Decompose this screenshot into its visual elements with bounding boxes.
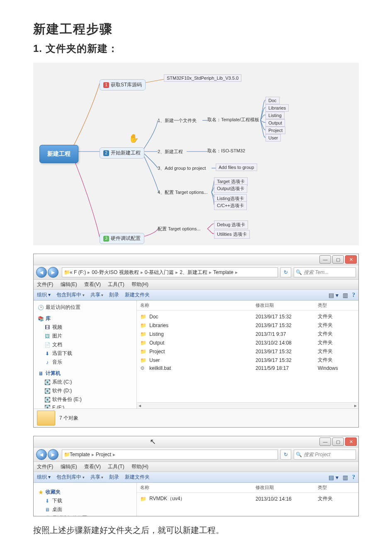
col-name[interactable]: 名称 bbox=[140, 302, 256, 308]
window-close-button[interactable]: ✕ bbox=[345, 255, 357, 264]
col-name[interactable]: 名称 bbox=[140, 484, 256, 491]
sidebar-recent[interactable]: 最近访问的位置 bbox=[46, 304, 80, 311]
window-minimize-button[interactable]: — bbox=[319, 255, 331, 264]
menu-edit[interactable]: 编辑(E) bbox=[61, 464, 77, 469]
navigation-pane[interactable]: 🕑最近访问的位置 📚库 🎞视频 🖼图片 📄文档 ⬇迅雷下载 ♪音乐 🖥计算机 💽… bbox=[34, 301, 137, 408]
sidebar-documents[interactable]: 文档 bbox=[52, 341, 62, 348]
sidebar-drive-c[interactable]: 系统 (C:) bbox=[52, 379, 72, 386]
list-item[interactable]: 📁Output2013/10/2 14:08文件夹 bbox=[137, 338, 358, 347]
sidebar-xunlei[interactable]: 迅雷下载 bbox=[52, 350, 72, 357]
navigation-pane[interactable]: ★收藏夹 ⬇下载 🖥桌面 🕑最近访问的位置 bbox=[34, 483, 137, 516]
toolbar-organize[interactable]: 组织 ▾ bbox=[37, 291, 51, 298]
sidebar-drive-f[interactable]: F (F:) bbox=[52, 405, 64, 408]
help-button[interactable]: ? bbox=[352, 474, 355, 481]
search-input[interactable]: 🔍 搜索 Project bbox=[294, 450, 356, 460]
crumb-1[interactable]: 00-野火ISO 视频教程 bbox=[92, 269, 139, 276]
menu-bar[interactable]: 文件(F) 编辑(E) 查看(V) 工具(T) 帮助(H) bbox=[34, 280, 358, 290]
toolbar-include[interactable]: 包含到库中 bbox=[56, 291, 85, 298]
sidebar-computer-head[interactable]: 计算机 bbox=[46, 370, 61, 377]
breadcrumb[interactable]: 📁 Template▸ Project▸ bbox=[62, 450, 278, 460]
folder-icon: 📁 bbox=[64, 452, 70, 457]
crumb-2[interactable]: 0-基础入门篇 bbox=[145, 269, 174, 276]
menu-view[interactable]: 查看(V) bbox=[84, 281, 101, 287]
nav-back-button[interactable]: ◄ bbox=[36, 449, 47, 460]
crumb-0[interactable]: « F (F:) bbox=[70, 269, 86, 275]
sidebar-libraries-head[interactable]: 库 bbox=[46, 315, 51, 322]
list-item[interactable]: 📁RVMDK（uv4）2013/10/2 14:16文件夹 bbox=[137, 494, 358, 503]
column-headers[interactable]: 名称 修改日期 类型 bbox=[137, 301, 358, 311]
crumb-4[interactable]: Template bbox=[213, 269, 234, 275]
menu-tools[interactable]: 工具(T) bbox=[108, 281, 124, 287]
nav-back-button[interactable]: ◄ bbox=[36, 267, 47, 278]
menu-bar[interactable]: 文件(F) 编辑(E) 查看(V) 工具(T) 帮助(H) bbox=[34, 462, 358, 472]
file-name: Listing bbox=[149, 331, 256, 337]
col-type[interactable]: 类型 bbox=[318, 484, 355, 491]
scroll-right-icon[interactable]: ▸ bbox=[353, 403, 358, 408]
preview-pane-button[interactable]: ▥ bbox=[343, 292, 348, 298]
menu-file[interactable]: 文件(F) bbox=[37, 281, 53, 287]
refresh-button[interactable]: ↻ bbox=[280, 450, 291, 460]
crumb-1[interactable]: Project bbox=[96, 452, 111, 457]
drive-icon: 💽 bbox=[44, 388, 50, 394]
explorer-window-project: — ▢ ✕ ↖ ◄ ► 📁 Template▸ Project▸ ↻ 🔍 搜索 … bbox=[33, 436, 359, 516]
toolbar-newfolder[interactable]: 新建文件夹 bbox=[125, 291, 150, 298]
sidebar-videos[interactable]: 视频 bbox=[52, 324, 62, 331]
sidebar-music[interactable]: 音乐 bbox=[52, 359, 62, 366]
folder-icon: 📁 bbox=[140, 357, 148, 363]
col-date[interactable]: 修改日期 bbox=[256, 302, 318, 308]
file-date: 2013/9/17 15:32 bbox=[256, 357, 318, 363]
toolbar-burn[interactable]: 刻录 bbox=[109, 474, 119, 481]
col-date[interactable]: 修改日期 bbox=[256, 484, 318, 491]
list-item[interactable]: 📁User2013/9/17 15:32文件夹 bbox=[137, 356, 358, 364]
toolbar-share[interactable]: 共享 bbox=[90, 474, 104, 481]
help-button[interactable]: ? bbox=[352, 292, 355, 298]
search-input[interactable]: 🔍 搜索 Tem... bbox=[294, 267, 356, 277]
sidebar-recent[interactable]: 最近访问的位置 bbox=[52, 515, 87, 516]
toolbar-burn[interactable]: 刻录 bbox=[109, 291, 119, 298]
list-item[interactable]: 📁Listing2013/7/1 9:37文件夹 bbox=[137, 330, 358, 338]
menu-edit[interactable]: 编辑(E) bbox=[61, 281, 77, 287]
nav-forward-button[interactable]: ► bbox=[48, 449, 58, 460]
column-headers[interactable]: 名称 修改日期 类型 bbox=[137, 483, 358, 493]
toolbar-share[interactable]: 共享 bbox=[90, 291, 104, 298]
nav-forward-button[interactable]: ► bbox=[48, 267, 58, 278]
crumb-0[interactable]: Template bbox=[70, 452, 90, 457]
toolbar-include[interactable]: 包含到库中 bbox=[56, 474, 85, 481]
menu-file[interactable]: 文件(F) bbox=[37, 464, 53, 469]
sidebar-drive-d[interactable]: 软件 (D:) bbox=[52, 387, 72, 394]
titlebar[interactable]: — ▢ ✕ bbox=[34, 436, 358, 447]
sidebar-favorites-head[interactable]: 收藏夹 bbox=[46, 489, 61, 496]
menu-view[interactable]: 查看(V) bbox=[84, 464, 101, 469]
menu-help[interactable]: 帮助(H) bbox=[131, 281, 149, 287]
sidebar-desktop[interactable]: 桌面 bbox=[52, 506, 62, 513]
sidebar-downloads[interactable]: 下载 bbox=[52, 497, 62, 504]
window-minimize-button[interactable]: — bbox=[319, 438, 331, 446]
sidebar-pictures[interactable]: 图片 bbox=[52, 333, 62, 340]
sidebar-drive-e[interactable]: 软件备份 (E:) bbox=[52, 396, 82, 403]
view-options-button[interactable]: ▤ ▾ bbox=[329, 292, 338, 298]
list-item[interactable]: 📁Doc2013/9/17 15:32文件夹 bbox=[137, 312, 358, 321]
file-list-pane: 名称 修改日期 类型 📁Doc2013/9/17 15:32文件夹 📁Libra… bbox=[137, 301, 358, 408]
view-options-button[interactable]: ▤ ▾ bbox=[329, 474, 338, 481]
breadcrumb[interactable]: 📁 « F (F:)▸ 00-野火ISO 视频教程▸ 0-基础入门篇▸ 2、新建… bbox=[62, 267, 278, 277]
window-close-button[interactable]: ✕ bbox=[345, 438, 357, 446]
toolbar-newfolder[interactable]: 新建文件夹 bbox=[125, 474, 150, 481]
list-item[interactable]: 📁Project2013/9/17 15:32文件夹 bbox=[137, 347, 358, 356]
scroll-left-icon[interactable]: ◂ bbox=[137, 403, 143, 408]
preview-pane-button[interactable]: ▥ bbox=[343, 474, 348, 481]
titlebar[interactable]: — ▢ ✕ bbox=[34, 254, 358, 265]
list-item[interactable]: ⚙keilkill.bat2011/5/9 18:17Windows bbox=[137, 364, 358, 372]
menu-tools[interactable]: 工具(T) bbox=[108, 464, 124, 469]
folder-user: User bbox=[265, 134, 281, 142]
horizontal-scrollbar[interactable]: ◂ ▸ bbox=[137, 402, 358, 408]
crumb-3[interactable]: 2、新建工程 bbox=[180, 269, 207, 276]
list-item[interactable]: 📁Libraries2013/9/17 15:32文件夹 bbox=[137, 321, 358, 330]
file-list[interactable]: 📁RVMDK（uv4）2013/10/2 14:16文件夹 bbox=[137, 493, 358, 516]
menu-help[interactable]: 帮助(H) bbox=[131, 464, 149, 469]
refresh-button[interactable]: ↻ bbox=[280, 267, 291, 277]
window-maximize-button[interactable]: ▢ bbox=[332, 255, 344, 264]
window-maximize-button[interactable]: ▢ bbox=[332, 438, 344, 446]
file-list[interactable]: 📁Doc2013/9/17 15:32文件夹 📁Libraries2013/9/… bbox=[137, 311, 358, 402]
toolbar-organize[interactable]: 组织 ▾ bbox=[37, 474, 51, 481]
col-type[interactable]: 类型 bbox=[318, 302, 355, 308]
